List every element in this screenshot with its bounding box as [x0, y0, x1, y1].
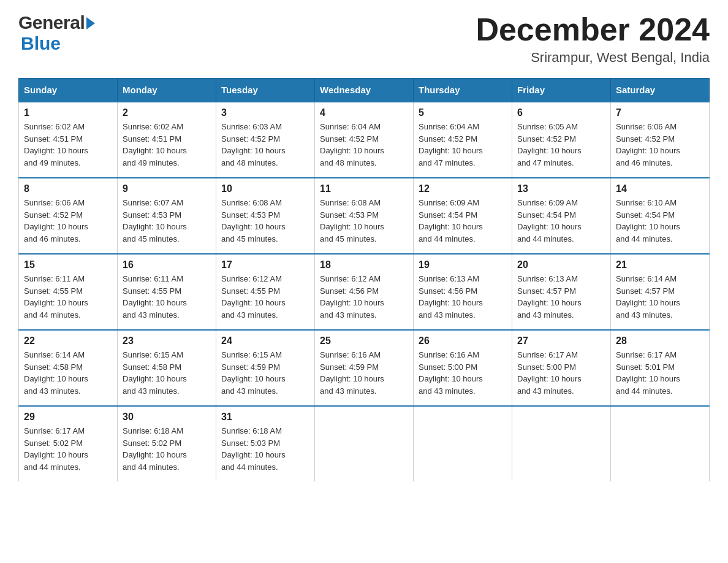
day-info: Sunrise: 6:06 AMSunset: 4:52 PMDaylight:… [616, 121, 704, 169]
day-cell: 14Sunrise: 6:10 AMSunset: 4:54 PMDayligh… [611, 178, 710, 254]
week-row-2: 8Sunrise: 6:06 AMSunset: 4:52 PMDaylight… [19, 178, 710, 254]
page-header: General Blue December 2024 Srirampur, We… [18, 12, 710, 66]
day-info: Sunrise: 6:08 AMSunset: 4:53 PMDaylight:… [221, 197, 309, 245]
day-info: Sunrise: 6:17 AMSunset: 5:01 PMDaylight:… [616, 349, 704, 397]
day-number: 3 [221, 107, 309, 118]
day-cell [512, 406, 611, 481]
week-row-5: 29Sunrise: 6:17 AMSunset: 5:02 PMDayligh… [19, 406, 710, 481]
calendar-table: SundayMondayTuesdayWednesdayThursdayFrid… [18, 78, 710, 481]
day-info: Sunrise: 6:07 AMSunset: 4:53 PMDaylight:… [123, 197, 211, 245]
day-number: 16 [123, 259, 211, 270]
day-number: 26 [419, 335, 507, 347]
day-info: Sunrise: 6:10 AMSunset: 4:54 PMDaylight:… [616, 197, 704, 245]
day-info: Sunrise: 6:13 AMSunset: 4:56 PMDaylight:… [419, 273, 507, 321]
day-info: Sunrise: 6:11 AMSunset: 4:55 PMDaylight:… [24, 273, 112, 321]
day-cell: 11Sunrise: 6:08 AMSunset: 4:53 PMDayligh… [315, 178, 414, 254]
day-number: 28 [616, 335, 704, 347]
day-info: Sunrise: 6:06 AMSunset: 4:52 PMDaylight:… [24, 197, 112, 245]
day-cell: 29Sunrise: 6:17 AMSunset: 5:02 PMDayligh… [19, 406, 118, 481]
week-row-1: 1Sunrise: 6:02 AMSunset: 4:51 PMDaylight… [19, 102, 710, 178]
day-number: 6 [517, 107, 605, 118]
calendar-header: SundayMondayTuesdayWednesdayThursdayFrid… [19, 79, 710, 102]
day-cell: 26Sunrise: 6:16 AMSunset: 5:00 PMDayligh… [414, 330, 512, 406]
day-cell: 13Sunrise: 6:09 AMSunset: 4:54 PMDayligh… [512, 178, 611, 254]
day-number: 14 [616, 183, 704, 194]
day-cell: 23Sunrise: 6:15 AMSunset: 4:58 PMDayligh… [118, 330, 216, 406]
day-cell: 3Sunrise: 6:03 AMSunset: 4:52 PMDaylight… [216, 102, 315, 178]
day-number: 13 [517, 183, 605, 194]
day-cell: 20Sunrise: 6:13 AMSunset: 4:57 PMDayligh… [512, 254, 611, 330]
day-number: 5 [419, 107, 507, 118]
day-number: 2 [123, 107, 211, 118]
day-info: Sunrise: 6:04 AMSunset: 4:52 PMDaylight:… [320, 121, 408, 169]
day-info: Sunrise: 6:16 AMSunset: 5:00 PMDaylight:… [419, 349, 507, 397]
day-number: 4 [320, 107, 408, 118]
day-number: 21 [616, 259, 704, 270]
day-number: 17 [221, 259, 309, 270]
day-number: 30 [123, 412, 211, 423]
header-cell-thursday: Thursday [414, 79, 512, 102]
day-cell: 19Sunrise: 6:13 AMSunset: 4:56 PMDayligh… [414, 254, 512, 330]
day-info: Sunrise: 6:04 AMSunset: 4:52 PMDaylight:… [419, 121, 507, 169]
day-cell: 17Sunrise: 6:12 AMSunset: 4:55 PMDayligh… [216, 254, 315, 330]
location-title: Srirampur, West Bengal, India [476, 50, 710, 66]
day-info: Sunrise: 6:02 AMSunset: 4:51 PMDaylight:… [123, 121, 211, 169]
day-cell: 4Sunrise: 6:04 AMSunset: 4:52 PMDaylight… [315, 102, 414, 178]
day-number: 31 [221, 412, 309, 423]
day-info: Sunrise: 6:08 AMSunset: 4:53 PMDaylight:… [320, 197, 408, 245]
logo-blue-text: Blue [21, 33, 61, 54]
day-cell: 27Sunrise: 6:17 AMSunset: 5:00 PMDayligh… [512, 330, 611, 406]
day-cell: 18Sunrise: 6:12 AMSunset: 4:56 PMDayligh… [315, 254, 414, 330]
day-number: 11 [320, 183, 408, 194]
header-cell-monday: Monday [118, 79, 216, 102]
week-row-4: 22Sunrise: 6:14 AMSunset: 4:58 PMDayligh… [19, 330, 710, 406]
day-number: 18 [320, 259, 408, 270]
day-info: Sunrise: 6:09 AMSunset: 4:54 PMDaylight:… [517, 197, 605, 245]
day-cell: 9Sunrise: 6:07 AMSunset: 4:53 PMDaylight… [118, 178, 216, 254]
day-cell: 2Sunrise: 6:02 AMSunset: 4:51 PMDaylight… [118, 102, 216, 178]
day-number: 9 [123, 183, 211, 194]
day-number: 20 [517, 259, 605, 270]
day-cell [315, 406, 414, 481]
day-cell [611, 406, 710, 481]
header-cell-wednesday: Wednesday [315, 79, 414, 102]
day-number: 19 [419, 259, 507, 270]
day-cell: 30Sunrise: 6:18 AMSunset: 5:02 PMDayligh… [118, 406, 216, 481]
day-cell: 12Sunrise: 6:09 AMSunset: 4:54 PMDayligh… [414, 178, 512, 254]
header-cell-friday: Friday [512, 79, 611, 102]
day-cell [414, 406, 512, 481]
day-info: Sunrise: 6:03 AMSunset: 4:52 PMDaylight:… [221, 121, 309, 169]
day-cell: 22Sunrise: 6:14 AMSunset: 4:58 PMDayligh… [19, 330, 118, 406]
day-cell: 6Sunrise: 6:05 AMSunset: 4:52 PMDaylight… [512, 102, 611, 178]
calendar-body: 1Sunrise: 6:02 AMSunset: 4:51 PMDaylight… [19, 102, 710, 481]
day-info: Sunrise: 6:17 AMSunset: 5:02 PMDaylight:… [24, 425, 112, 473]
day-info: Sunrise: 6:09 AMSunset: 4:54 PMDaylight:… [419, 197, 507, 245]
day-cell: 21Sunrise: 6:14 AMSunset: 4:57 PMDayligh… [611, 254, 710, 330]
day-cell: 28Sunrise: 6:17 AMSunset: 5:01 PMDayligh… [611, 330, 710, 406]
day-info: Sunrise: 6:14 AMSunset: 4:57 PMDaylight:… [616, 273, 704, 321]
logo: General Blue [18, 12, 95, 54]
day-cell: 16Sunrise: 6:11 AMSunset: 4:55 PMDayligh… [118, 254, 216, 330]
day-number: 12 [419, 183, 507, 194]
day-number: 24 [221, 335, 309, 347]
day-number: 8 [24, 183, 112, 194]
day-info: Sunrise: 6:18 AMSunset: 5:03 PMDaylight:… [221, 425, 309, 473]
day-number: 1 [24, 107, 112, 118]
day-number: 25 [320, 335, 408, 347]
day-cell: 5Sunrise: 6:04 AMSunset: 4:52 PMDaylight… [414, 102, 512, 178]
day-number: 22 [24, 335, 112, 347]
day-cell: 31Sunrise: 6:18 AMSunset: 5:03 PMDayligh… [216, 406, 315, 481]
day-number: 7 [616, 107, 704, 118]
day-info: Sunrise: 6:15 AMSunset: 4:59 PMDaylight:… [221, 349, 309, 397]
day-info: Sunrise: 6:12 AMSunset: 4:55 PMDaylight:… [221, 273, 309, 321]
day-cell: 10Sunrise: 6:08 AMSunset: 4:53 PMDayligh… [216, 178, 315, 254]
day-info: Sunrise: 6:17 AMSunset: 5:00 PMDaylight:… [517, 349, 605, 397]
header-cell-saturday: Saturday [611, 79, 710, 102]
month-title: December 2024 [476, 12, 710, 47]
header-cell-sunday: Sunday [19, 79, 118, 102]
day-info: Sunrise: 6:13 AMSunset: 4:57 PMDaylight:… [517, 273, 605, 321]
day-info: Sunrise: 6:16 AMSunset: 4:59 PMDaylight:… [320, 349, 408, 397]
day-cell: 24Sunrise: 6:15 AMSunset: 4:59 PMDayligh… [216, 330, 315, 406]
day-info: Sunrise: 6:15 AMSunset: 4:58 PMDaylight:… [123, 349, 211, 397]
day-number: 15 [24, 259, 112, 270]
